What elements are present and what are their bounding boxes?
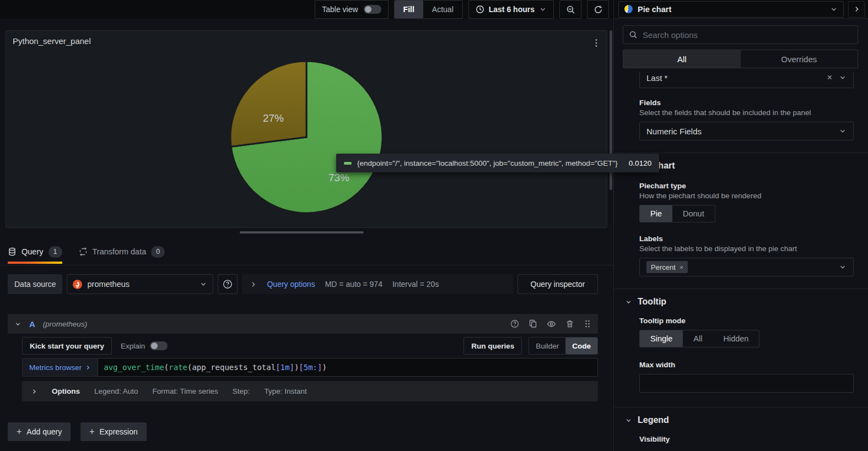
donut-option[interactable]: Donut (672, 205, 715, 222)
query-editor-actions: Run queries Builder Code (463, 337, 598, 355)
query-count-badge: 1 (48, 246, 62, 258)
clock-icon (476, 5, 484, 14)
query-toolbar: Data source prometheus Query options MD … (8, 274, 598, 294)
editor-topbar: Table view Fill Actual Last 6 hours (0, 0, 613, 19)
query-editor-toolbar: Kick start your query Explain Run querie… (22, 337, 598, 355)
visualization-picker[interactable]: Pie chart (618, 1, 844, 18)
query-options-row: Options Legend: Auto Format: Time series… (22, 381, 598, 401)
fields-select[interactable]: Numeric Fields (639, 122, 854, 140)
datasource-select[interactable]: prometheus (67, 274, 213, 294)
help-circle-icon[interactable] (510, 319, 519, 328)
max-width-input[interactable] (640, 374, 853, 392)
add-query-button[interactable]: + Add query (8, 422, 71, 441)
datasource-help-button[interactable] (218, 274, 238, 294)
piechart-type-switch: Pie Donut (639, 205, 715, 222)
editor-tabs: Query 1 Transform data 0 (8, 243, 165, 260)
tooltip-mode-single[interactable]: Single (640, 330, 683, 347)
max-width-label: Max width (639, 361, 854, 369)
metrics-browser-button[interactable]: Metrics browser (22, 358, 98, 377)
piechart-type-label: Piechart type (639, 182, 854, 190)
tooltip-mode-hidden[interactable]: Hidden (713, 330, 759, 347)
database-icon (8, 247, 17, 256)
percent-tag: Percent × (646, 261, 688, 273)
actual-button[interactable]: Actual (423, 1, 462, 18)
chevron-right-icon[interactable] (250, 281, 257, 288)
query-options-link[interactable]: Query options (267, 280, 315, 289)
panel-menu-button[interactable] (590, 35, 602, 51)
promql-expression-input[interactable]: avg_over_time(rate(app_requests_total[1m… (98, 358, 598, 377)
visualization-panel: Python_server_panel 27% (6, 30, 607, 228)
table-view-toggle[interactable] (364, 5, 381, 14)
visibility-option: Visibility (639, 435, 854, 443)
max-data-points-value: MD = auto = 974 (325, 280, 382, 289)
tab-query[interactable]: Query 1 (8, 243, 62, 260)
query-ref-id: A (29, 319, 35, 329)
run-queries-button[interactable]: Run queries (463, 337, 522, 355)
edit-area: Table view Fill Actual Last 6 hours Pyth… (0, 0, 613, 451)
kick-start-button[interactable]: Kick start your query (22, 337, 112, 355)
fields-label: Fields (639, 99, 854, 107)
drag-handle-icon[interactable] (584, 319, 591, 328)
zoom-out-icon (566, 5, 575, 14)
transform-count-badge: 0 (151, 246, 165, 258)
chevron-down-icon (625, 417, 632, 424)
search-options-input[interactable] (643, 30, 852, 40)
options-step-value: Step: (233, 387, 250, 395)
fill-button[interactable]: Fill (395, 1, 423, 18)
horizontal-scrollbar[interactable] (240, 231, 364, 233)
trash-icon[interactable] (565, 319, 574, 328)
duplicate-icon[interactable] (529, 319, 537, 328)
promql-editor-row: Metrics browser avg_over_time(rate(app_r… (22, 358, 598, 377)
code-button[interactable]: Code (565, 338, 597, 354)
collapse-pane-button[interactable] (848, 1, 865, 18)
options-toggle-label[interactable]: Options (52, 387, 80, 395)
tab-query-label: Query (21, 247, 44, 256)
chevron-right-icon[interactable] (31, 388, 37, 395)
calculation-value: Last * (646, 73, 667, 83)
legend-section-title: Legend (638, 415, 669, 425)
tab-transform-data[interactable]: Transform data 0 (79, 243, 165, 260)
builder-button[interactable]: Builder (529, 338, 565, 354)
tab-overrides[interactable]: Overrides (741, 50, 858, 68)
time-range-label: Last 6 hours (489, 5, 535, 14)
labels-option: Labels Select the labels to be displayed… (639, 235, 854, 276)
tooltip-mode-all[interactable]: All (683, 330, 713, 347)
clear-icon[interactable]: × (827, 73, 832, 82)
pie-chart[interactable]: 27% 73% (229, 60, 384, 214)
table-view-control: Table view (315, 0, 388, 19)
plus-icon: + (17, 427, 21, 437)
labels-select[interactable]: Percent × (639, 258, 854, 276)
expression-label: Expression (100, 427, 138, 436)
time-range-picker[interactable]: Last 6 hours (468, 0, 554, 19)
prometheus-icon (73, 280, 82, 289)
pie-option[interactable]: Pie (640, 205, 672, 222)
options-type-value: Type: Instant (264, 387, 306, 395)
visibility-label: Visibility (639, 435, 854, 443)
collapse-chevron-icon[interactable] (14, 320, 21, 328)
remove-tag-icon[interactable]: × (680, 264, 684, 271)
tab-all[interactable]: All (623, 50, 741, 68)
query-footer-buttons: + Add query + Expression (8, 422, 147, 441)
calculation-select[interactable]: Last * × (639, 72, 854, 88)
refresh-icon (594, 5, 603, 14)
tooltip-section-header[interactable]: Tooltip (614, 289, 868, 307)
explain-toggle[interactable] (150, 341, 168, 350)
sidebar-header: Pie chart (614, 0, 868, 19)
chevron-down-icon[interactable] (839, 74, 847, 81)
visualization-name: Pie chart (638, 5, 825, 14)
labels-description: Select the labels to be displayed in the… (639, 244, 854, 253)
legend-section-header[interactable]: Legend (614, 407, 868, 425)
add-expression-button[interactable]: + Expression (80, 422, 147, 441)
add-query-label: Add query (26, 427, 62, 436)
datasource-value: prometheus (87, 280, 195, 289)
eye-icon[interactable] (547, 319, 556, 329)
pie-label-27: 27% (263, 112, 284, 124)
tabs-divider (0, 265, 613, 265)
fill-actual-switch: Fill Actual (394, 0, 463, 19)
tab-transform-label: Transform data (93, 247, 147, 256)
query-row-header[interactable]: A (prometheus) (8, 314, 598, 334)
refresh-button[interactable] (587, 0, 609, 19)
query-inspector-button[interactable]: Query inspector (517, 274, 598, 294)
zoom-out-button[interactable] (559, 0, 581, 19)
grafana-panel-editor: Table view Fill Actual Last 6 hours Pyth… (0, 0, 868, 451)
